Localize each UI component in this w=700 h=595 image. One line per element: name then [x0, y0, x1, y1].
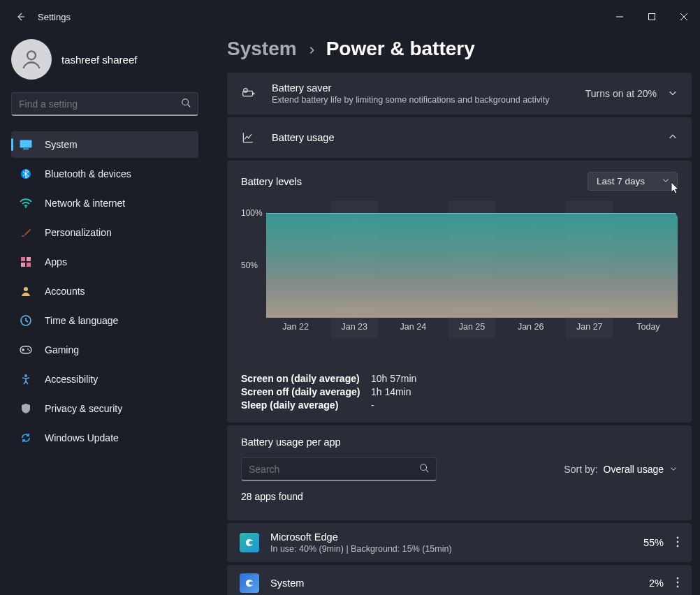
sidebar-item-time-language[interactable]: Time & language: [11, 307, 198, 334]
app-icon: [240, 573, 259, 593]
battery-usage-title: Battery usage: [272, 132, 668, 143]
sidebar-item-bluetooth-devices[interactable]: Bluetooth & devices: [11, 161, 198, 187]
battery-usage-row[interactable]: Battery usage: [227, 117, 692, 158]
svg-rect-12: [21, 263, 25, 267]
sidebar-item-label: Time & language: [45, 315, 118, 326]
stat-value: -: [371, 399, 374, 411]
find-setting-input[interactable]: [19, 98, 181, 110]
stat-row: Screen on (daily average)10h 57min: [241, 373, 678, 384]
x-tick: Jan 27: [576, 322, 603, 332]
chart-icon: [241, 131, 259, 145]
stat-label: Sleep (daily average): [241, 399, 371, 411]
app-percentage: 55%: [643, 537, 664, 548]
back-button[interactable]: [10, 6, 31, 27]
sidebar-item-apps[interactable]: Apps: [11, 249, 198, 275]
svg-rect-5: [20, 140, 32, 148]
x-tick: Jan 22: [282, 322, 309, 332]
time-range-dropdown[interactable]: Last 7 days: [588, 172, 678, 191]
svg-rect-9: [22, 235, 24, 237]
chevron-down-icon: [668, 88, 678, 100]
battery-levels-title: Battery levels: [241, 176, 302, 187]
svg-rect-1: [649, 14, 655, 20]
sidebar-item-label: System: [45, 139, 78, 150]
sidebar-item-label: Apps: [45, 256, 67, 267]
bluetooth-icon: [20, 168, 32, 180]
system-icon: [20, 138, 32, 151]
sidebar-item-label: Accounts: [45, 286, 85, 297]
svg-point-14: [24, 287, 28, 291]
sidebar-item-privacy-security[interactable]: Privacy & security: [11, 395, 198, 422]
sidebar-item-label: Windows Update: [45, 432, 119, 443]
svg-point-28: [677, 577, 679, 579]
svg-rect-13: [27, 263, 31, 267]
sidebar-item-network-internet[interactable]: Network & internet: [11, 190, 198, 216]
more-options-button[interactable]: [676, 577, 679, 590]
svg-point-29: [677, 581, 679, 583]
app-item[interactable]: Microsoft EdgeIn use: 40% (9min) | Backg…: [227, 523, 692, 562]
svg-line-24: [426, 470, 429, 473]
sidebar-item-system[interactable]: System: [11, 131, 198, 158]
account-name[interactable]: tashreef shareef: [61, 54, 137, 66]
svg-rect-6: [23, 149, 29, 150]
sidebar-item-accounts[interactable]: Accounts: [11, 278, 198, 304]
battery-levels-chart: 50%100% Jan 22Jan 23Jan 24Jan 25Jan 26Ja…: [241, 200, 678, 340]
svg-point-19: [24, 374, 27, 377]
battery-saver-status: Turns on at 20%: [585, 88, 657, 99]
stat-label: Screen off (daily average): [241, 386, 371, 397]
more-options-button[interactable]: [676, 536, 679, 550]
find-setting-search[interactable]: [11, 92, 198, 116]
breadcrumb-parent[interactable]: System: [227, 38, 297, 60]
shield-icon: [20, 402, 32, 415]
app-item[interactable]: System2%: [227, 565, 692, 595]
sort-by-label: Sort by:: [564, 464, 597, 475]
battery-saver-row[interactable]: Battery saver Extend battery life by lim…: [227, 73, 692, 115]
per-app-search-input[interactable]: [249, 464, 419, 475]
svg-point-27: [677, 545, 679, 547]
time-range-value: Last 7 days: [597, 176, 645, 186]
per-app-search[interactable]: [241, 457, 437, 481]
close-button[interactable]: [668, 6, 700, 28]
sort-by-dropdown[interactable]: Sort by: Overall usage: [564, 464, 678, 475]
stat-row: Sleep (daily average)-: [241, 399, 678, 411]
sidebar-item-accessibility[interactable]: Accessibility: [11, 366, 198, 392]
sidebar-item-windows-update[interactable]: Windows Update: [11, 425, 198, 451]
maximize-button[interactable]: [636, 6, 668, 28]
page-title: Power & battery: [326, 38, 475, 60]
svg-line-4: [188, 105, 191, 108]
search-icon: [419, 463, 429, 475]
clock-icon: [20, 314, 32, 327]
battery-level-area: [266, 213, 678, 318]
svg-point-25: [677, 536, 679, 538]
sort-by-value: Overall usage: [604, 464, 664, 475]
sidebar-item-label: Network & internet: [45, 198, 125, 209]
app-percentage: 2%: [649, 578, 664, 589]
sidebar-item-label: Bluetooth & devices: [45, 168, 131, 179]
chevron-down-icon: [669, 464, 678, 475]
chevron-right-icon: [307, 38, 316, 60]
sidebar-item-gaming[interactable]: Gaming: [11, 337, 198, 363]
app-name: Microsoft Edge: [270, 531, 643, 543]
search-icon: [181, 98, 191, 110]
sidebar-item-personalization[interactable]: Personalization: [11, 219, 198, 246]
svg-point-18: [29, 350, 30, 351]
app-name: System: [270, 578, 649, 589]
sidebar-item-label: Accessibility: [45, 374, 98, 385]
sidebar-item-label: Personalization: [45, 227, 112, 238]
stat-label: Screen on (daily average): [241, 373, 371, 384]
y-tick: 50%: [241, 260, 258, 270]
svg-rect-21: [253, 93, 254, 95]
svg-point-2: [27, 51, 36, 59]
wifi-icon: [20, 197, 32, 210]
app-sub: In use: 40% (9min) | Background: 15% (15…: [270, 544, 643, 554]
battery-saver-icon: [241, 86, 259, 101]
avatar[interactable]: [11, 39, 52, 80]
apps-icon: [20, 256, 32, 268]
svg-point-26: [677, 541, 679, 543]
minimize-button[interactable]: [604, 6, 636, 28]
svg-point-22: [244, 89, 248, 93]
battery-saver-title: Battery saver: [272, 82, 585, 94]
chevron-up-icon: [668, 132, 678, 144]
stat-value: 10h 57min: [371, 373, 416, 384]
battery-per-app-title: Battery usage per app: [241, 436, 678, 448]
svg-point-30: [677, 585, 679, 587]
